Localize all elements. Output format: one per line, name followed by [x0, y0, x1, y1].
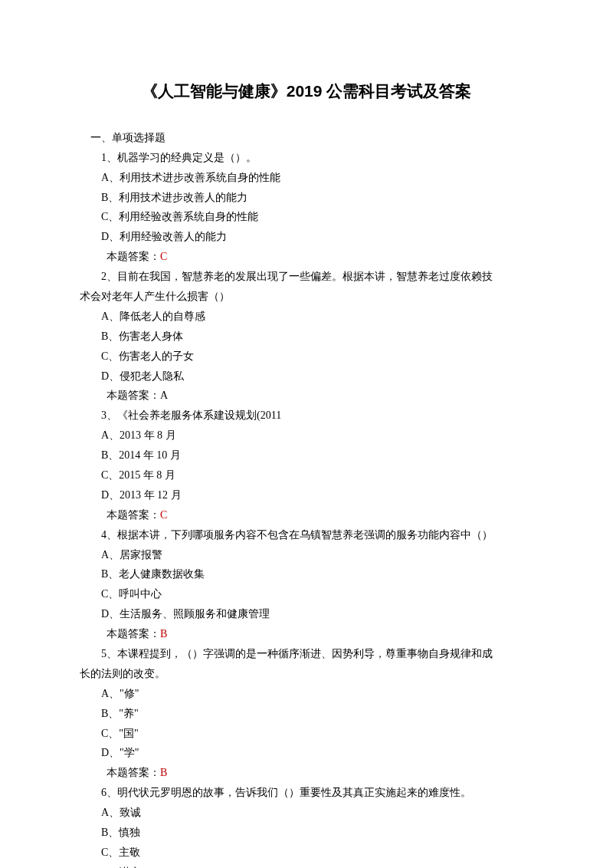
q1-option-c: C、利用经验改善系统自身的性能 [69, 207, 544, 227]
q1-answer-value: C [160, 251, 167, 262]
q5-answer: 本题答案：B [69, 763, 544, 783]
q6-option-c: C、主敬 [69, 843, 544, 863]
q5-answer-value: B [160, 767, 167, 778]
q2-option-d: D、侵犯老人隐私 [69, 367, 544, 386]
section-heading: 一、单项选择题 [69, 128, 544, 148]
q1-option-a: A、利用技术进步改善系统自身的性能 [69, 168, 544, 188]
q3-answer-label: 本题答案： [107, 509, 160, 521]
q5-option-b: B、"养" [69, 704, 544, 724]
q5-option-a: A、"修" [69, 684, 544, 704]
q3-answer-value: C [160, 509, 167, 521]
q5-option-d: D、"学" [69, 743, 544, 763]
q3-option-b: B、2014 年 10 月 [69, 446, 544, 465]
q6-option-a: A、致诚 [69, 803, 544, 823]
q5-stem-line1: 5、本课程提到，（）字强调的是一种循序渐进、因势利导，尊重事物自身规律和成 [69, 644, 544, 664]
q4-answer-value: B [160, 628, 167, 639]
q1-stem: 1、机器学习的经典定义是（）。 [69, 148, 544, 168]
q6-option-b: B、慎独 [69, 823, 544, 843]
q4-stem: 4、根据本讲，下列哪项服务内容不包含在乌镇智慧养老强调的服务功能内容中（） [69, 525, 544, 545]
q5-stem-line2: 长的法则的改变。 [69, 664, 544, 684]
q4-option-d: D、生活服务、照顾服务和健康管理 [69, 604, 544, 624]
q6-option-d: D、谨言 [69, 863, 544, 868]
q3-stem: 3、《社会养老服务体系建设规划(2011 [69, 406, 544, 426]
q2-option-b: B、伤害老人身体 [69, 327, 544, 347]
q4-option-a: A、居家报警 [69, 545, 544, 565]
q3-option-c: C、2015 年 8 月 [69, 465, 544, 485]
q4-option-b: B、老人健康数据收集 [69, 564, 544, 584]
q5-option-c: C、"国" [69, 724, 544, 744]
q5-answer-label: 本题答案： [107, 767, 160, 778]
q3-option-a: A、2013 年 8 月 [69, 426, 544, 446]
q1-answer-label: 本题答案： [107, 251, 160, 262]
q3-option-d: D、2013 年 12 月 [69, 485, 544, 505]
q2-option-c: C、伤害老人的子女 [69, 347, 544, 367]
q6-stem: 6、明代状元罗明恩的故事，告诉我们（）重要性及其真正实施起来的难度性。 [69, 783, 544, 803]
q2-stem-line1: 2、目前在我国，智慧养老的发展出现了一些偏差。根据本讲，智慧养老过度依赖技 [69, 267, 544, 287]
q4-option-c: C、呼叫中心 [69, 584, 544, 604]
q3-answer: 本题答案：C [69, 505, 544, 525]
q2-stem-line2: 术会对老年人产生什么损害（） [69, 287, 544, 307]
q4-answer-label: 本题答案： [107, 628, 160, 639]
q1-option-b: B、利用技术进步改善人的能力 [69, 188, 544, 208]
q1-answer: 本题答案：C [69, 247, 544, 267]
q2-option-a: A、降低老人的自尊感 [69, 307, 544, 327]
q4-answer: 本题答案：B [69, 624, 544, 644]
q2-answer: 本题答案：A [69, 386, 544, 406]
document-title: 《人工智能与健康》2019 公需科目考试及答案 [69, 77, 544, 107]
q1-option-d: D、利用经验改善人的能力 [69, 227, 544, 247]
